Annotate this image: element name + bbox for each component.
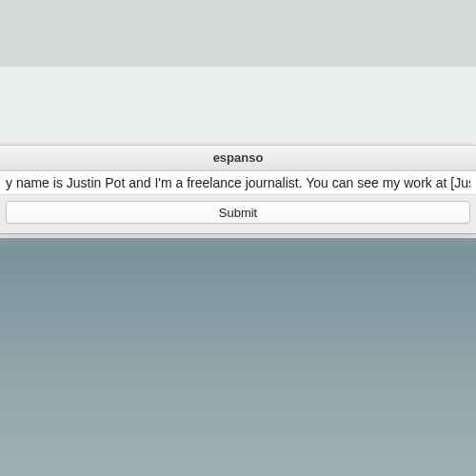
window-titlebar[interactable]: espanso xyxy=(0,146,476,170)
expansion-text-input[interactable] xyxy=(0,170,476,195)
window-title: espanso xyxy=(213,150,264,165)
espanso-window: espanso Submit xyxy=(0,145,476,234)
button-row: Submit xyxy=(0,195,476,233)
submit-button[interactable]: Submit xyxy=(6,201,470,224)
desktop-wallpaper xyxy=(0,0,476,476)
